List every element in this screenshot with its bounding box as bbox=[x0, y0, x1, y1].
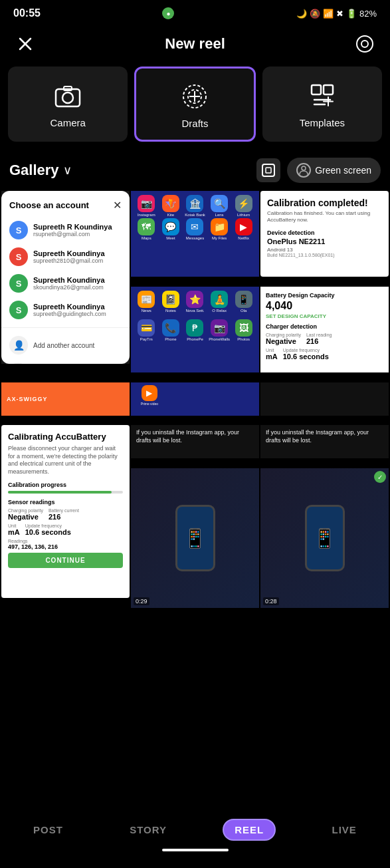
android-info: Android 13 bbox=[267, 247, 382, 253]
phone-mockup-2: 📱 bbox=[305, 505, 345, 571]
calibration-progress-label: Calibration progress bbox=[8, 482, 123, 488]
gallery-item[interactable]: Calibrating AccuBattery Please disconnec… bbox=[1, 425, 130, 598]
app-icon: ₱ PhonePe bbox=[183, 319, 207, 341]
battery-current: Battery current 216 bbox=[49, 508, 79, 521]
account-email: rsupneth@gmail.com bbox=[33, 231, 112, 237]
tab-drafts[interactable]: Drafts bbox=[134, 67, 255, 142]
avatar: S bbox=[9, 274, 28, 293]
select-mode-button[interactable] bbox=[256, 158, 280, 182]
gallery-item[interactable] bbox=[260, 382, 389, 416]
gallery-item[interactable]: ▶ Prime video bbox=[131, 382, 259, 416]
account-item[interactable]: S Supreeth Koundinya skoundinya26@gmail.… bbox=[1, 270, 130, 297]
unit-info: Unit mA bbox=[266, 348, 278, 361]
account-item[interactable]: S Supreeth Koundinya supreeth@guidingtec… bbox=[1, 297, 130, 323]
settings-button[interactable] bbox=[353, 32, 377, 56]
app-icon: ✉ Messages bbox=[183, 218, 207, 240]
manage-accounts-action[interactable]: 👤 Manage accounts on this device bbox=[1, 359, 130, 364]
nav-tab-reel[interactable]: REEL bbox=[223, 819, 276, 841]
svg-point-3 bbox=[361, 41, 368, 47]
app-icon: 🪁 Kite bbox=[159, 195, 183, 217]
charger-row-2: Unit mA Update frequency 10.6 seconds bbox=[266, 348, 383, 361]
gallery-item[interactable]: 📰 News 📓 Notes ⭐ Nova Sett. 🧘 O Relax 📱 … bbox=[131, 287, 259, 372]
avatar: S bbox=[9, 301, 28, 319]
nav-tab-post[interactable]: POST bbox=[23, 820, 74, 839]
gallery-item[interactable]: If you uninstall the Instagram app, your… bbox=[260, 425, 389, 458]
readings-value: 497, 126, 136, 216 bbox=[8, 543, 123, 550]
tab-drafts-label: Drafts bbox=[181, 118, 208, 129]
phone-mockup: 📱 bbox=[175, 505, 215, 571]
reel-thumbnail-selected: 📱 bbox=[260, 468, 389, 608]
svg-point-19 bbox=[302, 166, 306, 170]
close-button[interactable] bbox=[13, 32, 37, 56]
account-name: Supreeth R Koundinya bbox=[33, 223, 112, 231]
app-icon: 📰 News bbox=[135, 291, 158, 313]
progress-bar bbox=[8, 491, 123, 494]
sensor-readings-label: Sensor readings bbox=[8, 499, 123, 506]
bottom-navigation: POST STORY REEL LIVE bbox=[0, 808, 390, 868]
tab-templates-label: Templates bbox=[300, 117, 345, 128]
phone-apps-grid-2: 📰 News 📓 Notes ⭐ Nova Sett. 🧘 O Relax 📱 … bbox=[131, 287, 259, 317]
account-email: skoundinya26@gmail.com bbox=[33, 284, 105, 291]
app-icon: ⚡ Lithium bbox=[232, 195, 255, 217]
app-icon: 📱 Ola bbox=[232, 291, 255, 313]
close-chooser-icon[interactable]: ✕ bbox=[113, 199, 122, 212]
charging-polarity-label: Charging polarity bbox=[8, 508, 43, 513]
app-icon: 🗺 Maps bbox=[135, 218, 158, 240]
green-screen-button[interactable]: Green screen bbox=[287, 158, 381, 183]
calibration-completed-subtitle: Calibration has finished. You can start … bbox=[267, 210, 382, 224]
gallery-item[interactable]: AX-SWIGGY bbox=[1, 382, 130, 416]
wifi-icon: 📶 bbox=[323, 9, 334, 19]
nav-tabs: POST STORY REEL LIVE bbox=[0, 808, 390, 846]
status-time: 00:55 bbox=[13, 7, 41, 19]
source-tabs: Camera Drafts Templates bbox=[0, 67, 390, 152]
gallery-item[interactable]: 📷 Instagram 🪁 Kite 🏦 Kotak Bank 🔍 Lens ⚡… bbox=[131, 191, 259, 277]
gallery-item[interactable]: 📱 0:29 bbox=[131, 468, 259, 608]
sensor-row-1: Charging polarity Negative Battery curre… bbox=[8, 508, 123, 521]
templates-icon bbox=[308, 81, 337, 110]
phone-apps-grid: 📷 Instagram 🪁 Kite 🏦 Kotak Bank 🔍 Lens ⚡… bbox=[131, 191, 259, 244]
gallery-item[interactable]: If you uninstall the Instagram app, your… bbox=[131, 425, 259, 458]
set-design-link[interactable]: SET DESIGN CAPACITY bbox=[266, 313, 383, 319]
nav-tab-live[interactable]: LIVE bbox=[322, 820, 367, 839]
svg-rect-17 bbox=[262, 164, 274, 176]
gallery-item[interactable]: Battery Design Capacity 4,040 SET DESIGN… bbox=[260, 287, 389, 372]
gallery-title-button[interactable]: Gallery ∨ bbox=[9, 162, 72, 179]
app-icon: 🖼 Photos bbox=[232, 319, 255, 341]
app-icon: 🧘 O Relax bbox=[208, 291, 231, 313]
update-freq-info: Update frequency 10.6 seconds bbox=[283, 348, 329, 361]
chevron-down-icon: ∨ bbox=[63, 163, 72, 178]
account-item[interactable]: S Supreeth R Koundinya rsupneth@gmail.co… bbox=[1, 217, 130, 243]
account-name: Supreeth Koundinya bbox=[33, 249, 105, 257]
account-item[interactable]: S Supreeth Koundinya supreeth2810@gmail.… bbox=[1, 243, 130, 270]
reel-thumbnail: 📱 bbox=[131, 468, 259, 608]
gallery-item[interactable]: Choose an account ✕ S Supreeth R Koundin… bbox=[1, 191, 130, 364]
continue-button[interactable]: CONTINUE bbox=[8, 553, 123, 568]
unit-info: Unit mA bbox=[8, 523, 20, 536]
add-account-label: Add another account bbox=[33, 342, 94, 349]
gallery-item[interactable]: 📱 0:28 ✓ bbox=[260, 468, 389, 608]
unit-value: mA bbox=[8, 528, 20, 536]
svg-rect-11 bbox=[312, 85, 321, 94]
header: New reel bbox=[0, 27, 390, 67]
account-name: Supreeth Koundinya bbox=[33, 303, 106, 311]
tab-camera[interactable]: Camera bbox=[8, 67, 128, 142]
tab-templates[interactable]: Templates bbox=[262, 67, 382, 142]
unit-label: Unit bbox=[8, 523, 20, 528]
battery-current-label: Battery current bbox=[49, 508, 79, 513]
divider bbox=[1, 327, 130, 328]
app-icon: 📓 Notes bbox=[159, 291, 183, 313]
battery-current-value: 216 bbox=[49, 513, 79, 521]
account-info: Supreeth Koundinya supreeth2810@gmail.co… bbox=[33, 249, 105, 264]
account-chooser-header: Choose an account ✕ bbox=[1, 199, 130, 217]
gallery-item[interactable]: Calibration completed! Calibration has f… bbox=[260, 191, 389, 277]
battery-percent: 82% bbox=[359, 9, 377, 19]
add-account-action[interactable]: 👤 Add another account bbox=[1, 332, 130, 359]
update-freq-label: Update frequency bbox=[25, 523, 71, 528]
app-icon: 📷 Instagram bbox=[135, 195, 158, 217]
nav-tab-story[interactable]: STORY bbox=[119, 820, 177, 839]
avatar: S bbox=[9, 221, 28, 239]
account-info: Supreeth Koundinya skoundinya26@gmail.co… bbox=[33, 276, 105, 291]
calibration-completed: Calibration completed! Calibration has f… bbox=[260, 191, 389, 277]
svg-point-5 bbox=[62, 92, 73, 103]
update-freq: Update frequency 10.6 seconds bbox=[25, 523, 71, 536]
